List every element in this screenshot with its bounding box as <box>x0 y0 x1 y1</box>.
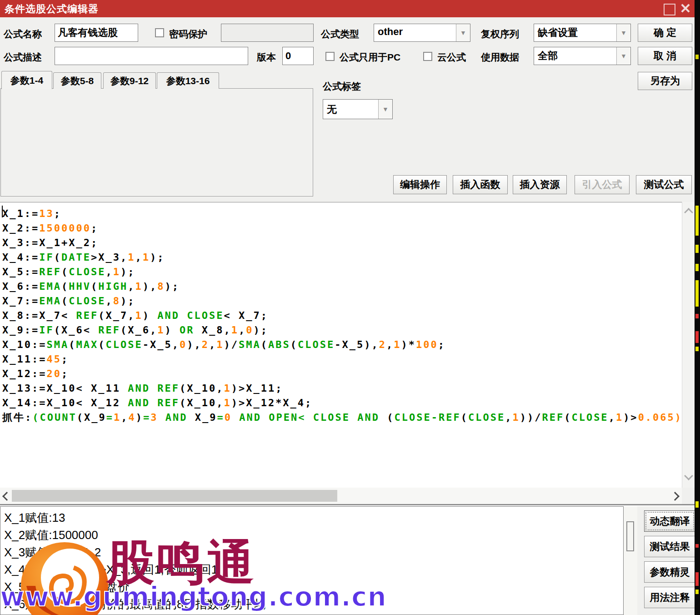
background-app-fragment <box>695 501 699 508</box>
adjust-series-value: 缺省设置 <box>538 26 578 40</box>
background-app-fragment <box>695 55 699 59</box>
formula-type-value: other <box>378 26 403 38</box>
background-app-fragment <box>695 245 699 253</box>
param-wizard-button[interactable]: 参数精灵 <box>644 561 695 583</box>
test-formula-button[interactable]: 测试公式 <box>636 175 692 194</box>
chevron-down-icon[interactable]: ▼ <box>616 47 630 65</box>
background-app-fragment <box>695 544 699 548</box>
edit-operation-button[interactable]: 编辑操作 <box>393 175 447 194</box>
translation-row: X_3赋值:X_1+X_2 <box>4 544 623 561</box>
scroll-right-icon[interactable] <box>670 492 680 501</box>
password-protect-label: 密码保护 <box>169 28 207 40</box>
adjust-series-select[interactable]: 缺省设置 ▼ <box>534 24 631 42</box>
chevron-down-icon[interactable]: ▼ <box>378 100 392 119</box>
background-app-fragment <box>695 264 699 271</box>
version-input[interactable] <box>282 47 314 65</box>
code-line: X_8:=X_7< REF(X_7,1) AND CLOSE< X_7; <box>2 308 682 323</box>
background-app-fragment <box>695 331 699 343</box>
dynamic-translate-button[interactable]: 动态翻译 <box>644 510 695 532</box>
param-panel <box>0 88 313 197</box>
translation-row: X_1赋值:13 <box>4 509 623 526</box>
usage-notes-button[interactable]: 用法注释 <box>644 587 695 608</box>
code-line: X_7:=EMA(CLOSE,8); <box>2 294 682 308</box>
formula-type-select[interactable]: other ▼ <box>374 24 470 42</box>
formula-tag-value: 无 <box>327 103 337 116</box>
tab-params-2[interactable]: 参数9-12 <box>103 72 156 89</box>
code-line: X_2:=1500000; <box>2 221 682 236</box>
password-protect-checkbox[interactable] <box>155 28 164 37</box>
use-data-value: 全部 <box>538 49 558 63</box>
scroll-left-icon[interactable] <box>2 492 11 501</box>
use-data-select[interactable]: 全部 ▼ <box>534 47 631 65</box>
translation-scroll-thumb[interactable] <box>626 521 634 551</box>
background-app-fragment <box>695 347 699 351</box>
translation-row: X_4赋值:如果日期>X_3,返回1,否则返回1 <box>4 561 623 578</box>
background-app-fragment <box>695 280 699 307</box>
dynamic-translation-list: X_1赋值:13X_2赋值:1500000X_3赋值:X_1+X_2X_4赋值:… <box>0 506 624 615</box>
formula-type-label: 公式类型 <box>321 28 359 40</box>
background-app-fragment <box>695 206 699 236</box>
tab-params-1[interactable]: 参数5-8 <box>53 72 101 89</box>
formula-desc-label: 公式描述 <box>4 51 42 64</box>
ok-button[interactable]: 确 定 <box>638 24 692 42</box>
background-app-fragment <box>695 314 699 318</box>
translation-row: X_6赋值:1日内最高价的最高值的8日指数移动平均 <box>4 595 623 613</box>
cloud-formula-checkbox[interactable] <box>423 52 432 61</box>
code-line: X_12:=20; <box>2 367 682 381</box>
test-result-button[interactable]: 测试结果 <box>644 536 695 557</box>
formula-tag-label: 公式标签 <box>323 80 361 93</box>
code-line: X_14:=X_10< X_12 AND REF(X_10,1)>X_12*X_… <box>2 396 682 410</box>
code-line: X_4:=IF(DATE>X_3,1,1); <box>2 250 682 265</box>
import-formula-button: 引入公式 <box>575 175 630 194</box>
use-data-label: 使用数据 <box>481 51 519 64</box>
code-line: X_5:=REF(CLOSE,1); <box>2 265 682 279</box>
tab-params-3[interactable]: 参数13-16 <box>157 72 219 89</box>
window-title: 条件选股公式编辑器 <box>5 2 99 16</box>
tab-params-0[interactable]: 参数1-4 <box>1 71 52 89</box>
version-label: 版本 <box>257 51 276 64</box>
pc-only-label: 公式只用于PC <box>340 51 400 64</box>
code-line: 抓牛:(COUNT(X_9=1,4)=3 AND X_9=0 AND OPEN<… <box>2 410 682 425</box>
background-app-strip <box>695 0 700 615</box>
save-as-button[interactable]: 另存为 <box>638 72 692 90</box>
code-line: X_13:=X_10< X_11 AND REF(X_10,1)>X_11; <box>2 381 682 396</box>
adjust-series-label: 复权序列 <box>481 28 519 40</box>
formula-tag-select[interactable]: 无 ▼ <box>323 99 393 119</box>
cancel-button[interactable]: 取 消 <box>638 47 692 65</box>
translation-row: X_2赋值:1500000 <box>4 526 623 544</box>
text-caret <box>2 206 3 217</box>
scroll-up-icon[interactable] <box>684 208 693 217</box>
code-line: X_9:=IF(X_6< REF(X_6,1) OR X_8,1,0); <box>2 323 682 338</box>
title-bar: 条件选股公式编辑器 <box>0 0 695 17</box>
chevron-down-icon[interactable]: ▼ <box>616 24 630 41</box>
code-line: X_1:=13; <box>2 207 682 221</box>
pc-only-checkbox[interactable] <box>325 52 335 61</box>
horizontal-scroll-thumb[interactable] <box>12 490 337 502</box>
translation-row: X_5赋值:1日前的收盘价 <box>4 578 623 595</box>
code-line: X_6:=EMA(HHV(HIGH,1),8); <box>2 279 682 294</box>
password-input <box>221 24 314 42</box>
chevron-down-icon[interactable]: ▼ <box>456 24 470 41</box>
background-app-fragment <box>695 572 699 586</box>
background-app-fragment <box>695 590 699 594</box>
code-line: X_11:=45; <box>2 352 682 367</box>
cloud-formula-label: 云公式 <box>437 51 466 64</box>
maximize-icon[interactable] <box>664 4 675 15</box>
code-line: X_3:=X_1+X_2; <box>2 236 682 250</box>
close-icon[interactable]: ✕ <box>678 0 693 17</box>
formula-name-input[interactable] <box>55 24 138 42</box>
code-line: X_10:=SMA(MAX(CLOSE-X_5,0),2,1)/SMA(ABS(… <box>2 338 682 352</box>
editor-vertical-scrollbar[interactable] <box>682 202 695 488</box>
formula-desc-input[interactable] <box>55 47 248 65</box>
screen: { "window": { "title": "条件选股公式编辑器", "max… <box>0 0 700 615</box>
insert-resource-button[interactable]: 插入资源 <box>513 175 567 194</box>
formula-code-editor[interactable]: X_1:=13;X_2:=1500000;X_3:=X_1+X_2;X_4:=I… <box>0 202 682 488</box>
formula-name-label: 公式名称 <box>4 28 42 40</box>
scroll-down-icon[interactable] <box>684 471 693 480</box>
insert-function-button[interactable]: 插入函数 <box>453 175 508 194</box>
